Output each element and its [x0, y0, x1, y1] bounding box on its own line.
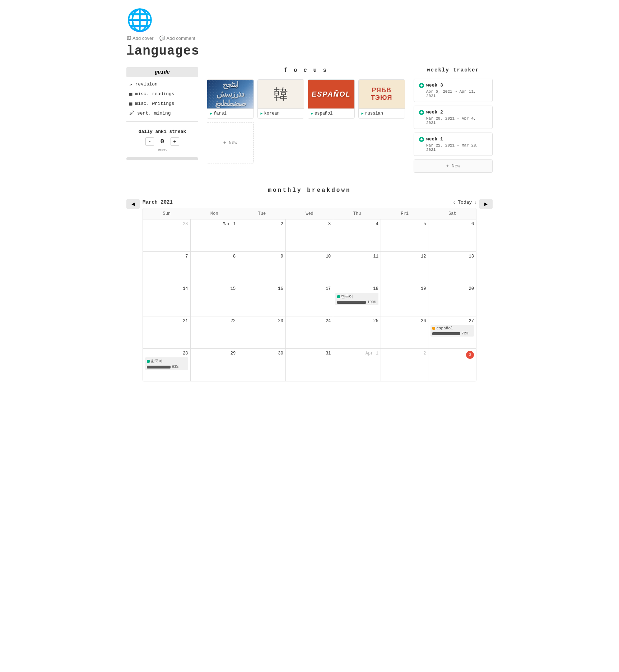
cal-cell[interactable]: 3 [428, 349, 476, 381]
week3-dates: Apr 5, 2021 → Apr 11, 2021 [419, 89, 487, 98]
cal-cell[interactable]: Apr 1 [333, 349, 381, 381]
cal-cell[interactable]: 19 [381, 284, 429, 316]
cal-cell[interactable]: Mar 1 [191, 219, 238, 252]
new-week-button[interactable]: + New [414, 159, 493, 173]
spanish-art: ESPAÑOL [308, 80, 354, 108]
spanish-label: español [315, 111, 332, 116]
cal-event: 한국어63% [145, 357, 188, 370]
cal-cell[interactable]: 25 [333, 316, 381, 349]
sidebar-progress-bar [126, 157, 198, 160]
cal-event: 한국어100% [335, 293, 378, 305]
cal-cell[interactable]: 6 [428, 219, 476, 252]
week-card-2[interactable]: week 2 Mar 29, 2021 → Apr 4, 2021 [414, 106, 493, 129]
cal-cell[interactable]: 26 [381, 316, 429, 349]
cal-cell[interactable]: 20 [428, 284, 476, 316]
cal-cell[interactable]: 11 [333, 252, 381, 284]
monthly-prev-nav[interactable]: ◀ [126, 199, 140, 209]
cal-cell[interactable]: 2 [381, 349, 429, 381]
guide-button[interactable]: guide [126, 67, 198, 77]
cal-cell[interactable]: 14 [143, 284, 191, 316]
new-focus-card-button[interactable]: + New [207, 122, 254, 163]
week1-dot [419, 137, 424, 142]
streak-reset-link[interactable]: reset [126, 147, 198, 152]
revision-icon: ↗ [129, 81, 132, 87]
monthly-title: monthly breakdown [126, 187, 493, 194]
cal-event: español72% [430, 325, 474, 337]
cal-cell[interactable]: 5 [381, 219, 429, 252]
week2-dot [419, 110, 424, 115]
cal-cell[interactable]: 17 [286, 284, 334, 316]
cal-cell[interactable]: 3 [286, 219, 334, 252]
add-cover-button[interactable]: 🖼 Add cover [126, 36, 154, 41]
cal-cell[interactable]: 16 [238, 284, 286, 316]
calendar-header: Sun Mon Tue Wed Thu Fri Sat [143, 208, 476, 219]
cal-cell[interactable]: 4 [333, 219, 381, 252]
weekly-tracker: weekly tracker week 3 Apr 5, 2021 → Apr … [414, 67, 493, 173]
calendar-prev-button[interactable]: ‹ [453, 199, 455, 205]
cal-cell[interactable]: 29 [191, 349, 238, 381]
page-title: languages [126, 44, 493, 59]
russian-art: РЯБВТЭЮЯ [359, 80, 405, 108]
farsi-image: ابتثجحدذرزسشصضطظعغ [207, 80, 253, 108]
cal-cell[interactable]: 10 [286, 252, 334, 284]
cal-cell[interactable]: 8 [191, 252, 238, 284]
calendar-today-button[interactable]: Today [458, 200, 472, 205]
cal-cell[interactable]: 24 [286, 316, 334, 349]
cal-cell[interactable]: 23 [238, 316, 286, 349]
focus-card-spanish[interactable]: ESPAÑOL ▶ español [308, 79, 355, 119]
sidebar-divider [126, 121, 198, 122]
writings-icon: ▦ [129, 101, 132, 107]
mining-icon: 🖊 [129, 110, 134, 116]
korean-arrow-icon: ▶ [261, 111, 263, 116]
cal-cell[interactable]: 7 [143, 252, 191, 284]
cal-header-fri: Fri [381, 208, 429, 219]
sidebar-item-misc-readings[interactable]: ▦ misc. readings [126, 90, 198, 98]
cal-cell[interactable]: 9 [238, 252, 286, 284]
cal-cell[interactable]: 22 [191, 316, 238, 349]
cal-cell[interactable]: 13 [428, 252, 476, 284]
week3-dot [419, 83, 424, 88]
streak-plus-button[interactable]: + [171, 137, 179, 146]
korean-art: 韓 [258, 80, 304, 108]
cal-cell[interactable]: 31 [286, 349, 334, 381]
korean-label: korean [264, 111, 280, 116]
monthly-month-label: March 2021 [143, 199, 173, 205]
calendar: Sun Mon Tue Wed Thu Fri Sat 28Mar 123456… [143, 208, 476, 381]
sidebar-item-sent-mining[interactable]: 🖊 sent. mining [126, 109, 198, 117]
cal-cell[interactable]: 2 [238, 219, 286, 252]
globe-icon: 🌐 [126, 7, 493, 33]
cal-cell[interactable]: 15 [191, 284, 238, 316]
week-card-1[interactable]: week 1 Mar 22, 2021 → Mar 28, 2021 [414, 133, 493, 156]
week1-dates: Mar 22, 2021 → Mar 28, 2021 [419, 143, 487, 152]
cal-cell[interactable]: 12 [381, 252, 429, 284]
focus-card-farsi[interactable]: ابتثجحدذرزسشصضطظعغ ▶ farsi [207, 79, 254, 119]
focus-card-korean[interactable]: 韓 ▶ korean [257, 79, 304, 119]
week1-label: week 1 [426, 136, 443, 142]
spanish-arrow-icon: ▶ [311, 111, 313, 116]
focus-card-russian[interactable]: РЯБВТЭЮЯ ▶ russian [358, 79, 405, 119]
sidebar: guide ↗ revision ▦ misc. readings ▦ misc… [126, 67, 198, 160]
cal-cell[interactable]: 28 [143, 219, 191, 252]
focus-grid: ابتثجحدذرزسشصضطظعغ ▶ farsi 韓 ▶ korean [207, 79, 405, 119]
cal-cell[interactable]: 30 [238, 349, 286, 381]
readings-icon: ▦ [129, 91, 132, 97]
weekly-tracker-title: weekly tracker [414, 67, 493, 73]
monthly-next-nav[interactable]: ▶ [479, 199, 493, 209]
russian-arrow-icon: ▶ [362, 111, 364, 116]
calendar-next-button[interactable]: › [475, 199, 476, 205]
week3-label: week 3 [426, 83, 443, 88]
russian-label: russian [365, 111, 383, 116]
streak-minus-button[interactable]: - [145, 137, 154, 146]
image-icon: 🖼 [126, 36, 131, 41]
week-card-3[interactable]: week 3 Apr 5, 2021 → Apr 11, 2021 [414, 79, 493, 102]
streak-title: daily anki streak [126, 129, 198, 134]
cal-cell[interactable]: 27español72% [428, 316, 476, 349]
add-comment-button[interactable]: 💬 Add comment [159, 36, 195, 41]
sidebar-item-revision[interactable]: ↗ revision [126, 80, 198, 88]
sidebar-item-misc-writings[interactable]: ▦ misc. writings [126, 99, 198, 108]
cal-cell[interactable]: 18한국어100% [333, 284, 381, 316]
streak-section: daily anki streak - 0 + reset [126, 129, 198, 152]
cal-cell[interactable]: 28한국어63% [143, 349, 191, 381]
cal-cell[interactable]: 21 [143, 316, 191, 349]
spanish-image: ESPAÑOL [308, 80, 354, 108]
